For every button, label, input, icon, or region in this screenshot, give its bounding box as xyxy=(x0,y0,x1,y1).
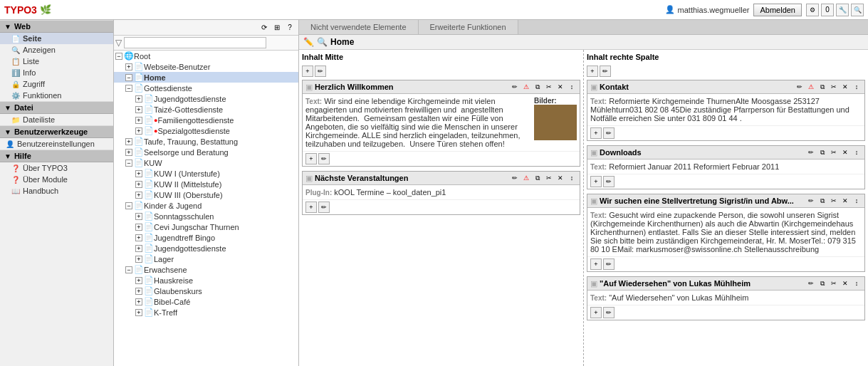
naechste-edit-icon[interactable]: ✏ xyxy=(510,173,520,183)
sidebar-item-zugriff[interactable]: 🔒 Zugriff xyxy=(0,78,113,90)
kontakt-footer-add[interactable]: + xyxy=(590,127,602,139)
kontakt-edit-icon[interactable]: ✏ xyxy=(795,82,805,92)
tree-node-glaubenskurs[interactable]: + 📄 Glaubenskurs xyxy=(114,286,298,296)
aw-copy-icon[interactable]: ⧉ xyxy=(817,278,827,288)
sidebar-item-handbuch[interactable]: 📖 Handbuch xyxy=(0,185,113,197)
naechste-copy-icon[interactable]: ⧉ xyxy=(533,173,543,183)
kuw-expand-icon[interactable]: − xyxy=(125,160,132,167)
herzlich-edit-icon[interactable]: ✏ xyxy=(510,82,520,92)
sonn-expand-icon[interactable]: + xyxy=(135,213,142,220)
tree-node-kuw1[interactable]: + 📄 KUW I (Unterstufe) xyxy=(114,168,298,179)
naechste-footer-add[interactable]: + xyxy=(305,202,317,213)
tab-advanced[interactable]: Erweiterte Funktionen xyxy=(419,20,518,34)
erw-expand-icon[interactable]: − xyxy=(125,266,132,273)
naechste-footer-edit[interactable]: ✏ xyxy=(318,202,330,213)
hk-expand-icon[interactable]: + xyxy=(135,277,142,284)
stell-footer-add[interactable]: + xyxy=(590,258,602,270)
tree-node-jugendgottesdienste2[interactable]: + 📄 Jugendgottesdienste xyxy=(114,243,298,253)
tree-node-erwachsene[interactable]: − 📄 Erwachsene xyxy=(114,264,298,275)
kuw2-expand-icon[interactable]: + xyxy=(135,181,142,188)
kuw1-expand-icon[interactable]: + xyxy=(135,170,142,177)
herzlich-move-icon[interactable]: ↕ xyxy=(567,82,577,92)
sidebar-item-dateiliste[interactable]: 📁 Dateiliste xyxy=(0,114,113,125)
downloads-footer-add[interactable]: + xyxy=(590,176,602,187)
naechste-cut-icon[interactable]: ✂ xyxy=(544,173,554,183)
kontakt-footer-edit[interactable]: ✏ xyxy=(603,127,615,139)
tree-expand-icon[interactable]: ⊞ xyxy=(271,22,283,33)
tools-icon[interactable]: 🔧 xyxy=(836,4,849,16)
gk-expand-icon[interactable]: + xyxy=(135,288,142,295)
home-expand-icon[interactable]: − xyxy=(125,74,132,81)
tree-node-bibel-cafe[interactable]: + 📄 Bibel-Café xyxy=(114,296,298,307)
col-mitte-add-btn[interactable]: + xyxy=(302,66,313,77)
tree-node-cevi[interactable]: + 📄 Cevi Jungschar Thurnen xyxy=(114,221,298,232)
aw-footer-add[interactable]: + xyxy=(590,307,602,318)
tree-node-jugendgottesdienste1[interactable]: + 📄 Jugendgottesdienste xyxy=(114,93,298,104)
tree-node-sonntagsschulen[interactable]: + 📄 Sonntagsschulen xyxy=(114,211,298,221)
col-rechts-edit-btn[interactable]: ✏ xyxy=(600,66,611,77)
sidebar-item-ueber-typo3[interactable]: ❓ Über TYPO3 xyxy=(0,162,113,174)
kuw3-expand-icon[interactable]: + xyxy=(135,192,142,199)
kt-expand-icon[interactable]: + xyxy=(135,309,142,316)
tree-node-kuw2[interactable]: + 📄 KUW II (Mittelstufe) xyxy=(114,179,298,189)
sidebar-item-liste[interactable]: 📋 Liste xyxy=(0,56,113,67)
aw-delete-icon[interactable]: ✕ xyxy=(840,278,850,288)
downloads-delete-icon[interactable]: ✕ xyxy=(840,147,850,157)
page-edit-icon[interactable]: ✏️ xyxy=(303,37,314,47)
sidebar-item-funktionen[interactable]: ⚙️ Funktionen xyxy=(0,90,113,101)
gottesdienste-expand-icon[interactable]: − xyxy=(125,85,132,92)
herzlich-delete-icon[interactable]: ✕ xyxy=(555,82,565,92)
stell-footer-edit[interactable]: ✏ xyxy=(603,258,615,270)
tree-node-home[interactable]: − 📄 Home xyxy=(114,72,298,83)
sidebar-item-benutzereinstellungen[interactable]: 👤 Benutzereinstellungen xyxy=(0,138,113,150)
tree-node-taize[interactable]: + 📄 Taizé-Gottesdienste xyxy=(114,104,298,115)
webseite-expand-icon[interactable]: + xyxy=(125,63,132,70)
jgd2-expand-icon[interactable]: + xyxy=(135,245,142,252)
col-mitte-edit-btn[interactable]: ✏ xyxy=(315,66,326,77)
kontakt-copy-icon[interactable]: ⧉ xyxy=(817,82,827,92)
lager-expand-icon[interactable]: + xyxy=(135,256,142,263)
downloads-edit-icon[interactable]: ✏ xyxy=(806,147,816,157)
kj-expand-icon[interactable]: − xyxy=(125,202,132,209)
herzlich-copy-icon[interactable]: ⧉ xyxy=(533,82,543,92)
tree-node-taufe[interactable]: + 📄 Taufe, Trauung, Bestattung xyxy=(114,136,298,147)
tree-node-kuw[interactable]: − 📄 KUW xyxy=(114,157,298,168)
tree-node-kuw3[interactable]: + 📄 KUW III (Oberstufe) xyxy=(114,189,298,200)
kontakt-delete-icon[interactable]: ✕ xyxy=(840,82,850,92)
sidebar-item-info[interactable]: ℹ️ Info xyxy=(0,67,113,78)
kontakt-cut-icon[interactable]: ✂ xyxy=(829,82,839,92)
naechste-delete-icon[interactable]: ✕ xyxy=(555,173,565,183)
settings-icon[interactable]: ⚙ xyxy=(806,4,819,16)
taufe-expand-icon[interactable]: + xyxy=(125,138,132,145)
sidebar-item-ueber-module[interactable]: ❓ Über Module xyxy=(0,174,113,185)
jt-expand-icon[interactable]: + xyxy=(135,234,142,241)
sidebar-item-anzeigen[interactable]: 🔍 Anzeigen xyxy=(0,44,113,56)
jgd1-expand-icon[interactable]: + xyxy=(135,95,142,103)
naechste-move-icon[interactable]: ↕ xyxy=(567,173,577,183)
tree-node-webseite-benutzer[interactable]: + 📄 Webseite-Benutzer xyxy=(114,61,298,72)
tree-refresh-icon[interactable]: ⟳ xyxy=(258,22,270,33)
tab-unused[interactable]: Nicht verwendete Elemente xyxy=(299,20,419,34)
tree-node-gottesdienste[interactable]: − 📄 Gottesdienste xyxy=(114,83,298,93)
search-icon[interactable]: 🔍 xyxy=(851,4,864,16)
cevi-expand-icon[interactable]: + xyxy=(135,224,142,231)
downloads-footer-edit[interactable]: ✏ xyxy=(603,176,615,187)
root-expand-icon[interactable]: − xyxy=(115,53,122,60)
tree-node-root[interactable]: − 🌐 Root xyxy=(114,51,298,61)
stell-copy-icon[interactable]: ⧉ xyxy=(817,196,827,206)
sidebar-item-seite[interactable]: 📄 Seite xyxy=(0,33,113,44)
aw-edit-icon[interactable]: ✏ xyxy=(806,278,816,288)
tree-node-hauskreise[interactable]: + 📄 Hauskreise xyxy=(114,275,298,286)
aw-footer-edit[interactable]: ✏ xyxy=(603,307,615,318)
logout-button[interactable]: Abmelden xyxy=(753,4,802,16)
tree-node-lager[interactable]: + 📄 Lager xyxy=(114,253,298,264)
stell-cut-icon[interactable]: ✂ xyxy=(829,196,839,206)
spez-expand-icon[interactable]: + xyxy=(135,127,142,135)
kontakt-move-icon[interactable]: ↕ xyxy=(852,82,862,92)
aw-move-icon[interactable]: ↕ xyxy=(852,278,862,288)
downloads-move-icon[interactable]: ↕ xyxy=(852,147,862,157)
stell-delete-icon[interactable]: ✕ xyxy=(840,196,850,206)
seelsorge-expand-icon[interactable]: + xyxy=(125,149,132,156)
col-rechts-add-btn[interactable]: + xyxy=(587,66,598,77)
downloads-copy-icon[interactable]: ⧉ xyxy=(817,147,827,157)
